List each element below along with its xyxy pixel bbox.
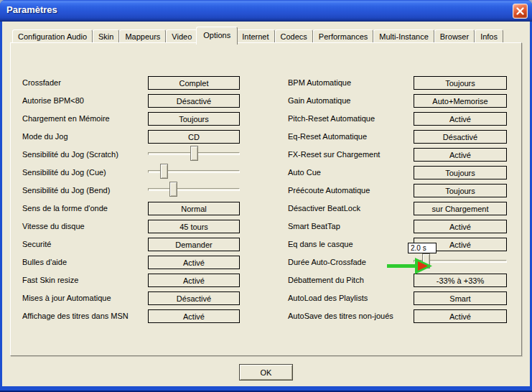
ok-button[interactable]: OK bbox=[239, 364, 293, 381]
chargement-memoire-button[interactable]: Toujours bbox=[148, 112, 240, 126]
annotation-arrow-icon bbox=[387, 256, 444, 276]
option-label: Securité bbox=[22, 238, 51, 251]
pitch-reset-button[interactable]: Activé bbox=[414, 112, 507, 126]
autoload-playlists-button[interactable]: Smart bbox=[414, 291, 507, 305]
desactiver-beatlock-button[interactable]: sur Chargement bbox=[414, 202, 507, 215]
option-label: FX-Reset sur Chargement bbox=[288, 148, 380, 162]
fast-skin-resize-button[interactable]: Activé bbox=[148, 274, 240, 287]
sens-forme-onde-button[interactable]: Normal bbox=[148, 202, 240, 215]
option-label: AutoSave des titres non-joués bbox=[288, 309, 393, 323]
options-tab-page: Crossfader Complet Autorise BPM<80 Désac… bbox=[10, 42, 522, 356]
option-label: Fast Skin resize bbox=[22, 274, 78, 287]
option-label: Débattement du Pitch bbox=[288, 274, 364, 287]
option-label: Affichage des titres dans MSN bbox=[22, 309, 129, 323]
fx-reset-button[interactable]: Activé bbox=[414, 148, 507, 162]
tab-configuration-audio[interactable]: Configuration Audio bbox=[12, 29, 93, 44]
option-label: BPM Automatique bbox=[288, 76, 351, 90]
option-label: Vitesse du disque bbox=[22, 220, 85, 233]
option-label: Sens de la forme d'onde bbox=[22, 202, 108, 215]
tab-infos[interactable]: Infos bbox=[475, 29, 503, 44]
bulles-aide-button[interactable]: Activé bbox=[148, 256, 240, 269]
tab-video[interactable]: Video bbox=[166, 29, 197, 44]
jog-cue-slider[interactable] bbox=[148, 166, 240, 179]
securite-button[interactable]: Demander bbox=[148, 238, 240, 251]
window-title: Paramètres bbox=[6, 4, 57, 15]
option-label: Durée Auto-Crossfade bbox=[288, 256, 366, 269]
option-label: Sensibilité du Jog (Scratch) bbox=[22, 148, 118, 162]
bpm-automatique-button[interactable]: Toujours bbox=[414, 76, 507, 90]
tab-internet[interactable]: Internet bbox=[236, 29, 274, 44]
crossfader-button[interactable]: Complet bbox=[148, 76, 240, 90]
option-label: Autorise BPM<80 bbox=[22, 94, 84, 108]
jog-bend-slider[interactable] bbox=[148, 184, 240, 197]
option-label: Eq-Reset Automatique bbox=[288, 130, 367, 144]
slider-track[interactable] bbox=[148, 188, 240, 191]
smart-beattap-button[interactable]: Activé bbox=[414, 220, 507, 233]
tab-performances[interactable]: Performances bbox=[313, 29, 373, 44]
close-icon bbox=[515, 6, 525, 16]
tab-browser[interactable]: Browser bbox=[434, 29, 475, 44]
eq-reset-button[interactable]: Désactivé bbox=[414, 130, 507, 144]
crossfade-value-tooltip: 2.0 s bbox=[408, 243, 437, 253]
option-label: Mode du Jog bbox=[22, 130, 68, 144]
option-label: Préécoute Automatique bbox=[288, 184, 370, 197]
mises-a-jour-button[interactable]: Désactivé bbox=[148, 291, 240, 305]
option-label: AutoLoad des Playlists bbox=[288, 291, 368, 305]
gain-automatique-button[interactable]: Auto+Memorise bbox=[414, 94, 507, 108]
autorise-bpm-button[interactable]: Désactivé bbox=[148, 94, 240, 108]
option-label: Smart BeatTap bbox=[288, 220, 340, 233]
settings-window: Paramètres Configuration Audio Skin Mapp… bbox=[0, 0, 532, 392]
titlebar: Paramètres bbox=[0, 0, 532, 22]
autosave-titres-button[interactable]: Activé bbox=[414, 309, 507, 323]
preecoute-button[interactable]: Toujours bbox=[414, 184, 507, 197]
option-label: Bulles d'aide bbox=[22, 256, 67, 269]
option-label: Auto Cue bbox=[288, 166, 321, 179]
option-label: Sensibilité du Jog (Cue) bbox=[22, 166, 106, 179]
tab-codecs[interactable]: Codecs bbox=[275, 29, 313, 44]
tab-multi-instance[interactable]: Multi-Instance bbox=[373, 29, 434, 44]
option-label: Chargement en Mémoire bbox=[22, 112, 110, 126]
option-label: Sensibilité du Jog (Bend) bbox=[22, 184, 110, 197]
option-label: Gain Automatique bbox=[288, 94, 350, 108]
tab-mappeurs[interactable]: Mappeurs bbox=[119, 29, 166, 44]
vitesse-disque-button[interactable]: 45 tours bbox=[148, 220, 240, 233]
option-label: Eq dans le casque bbox=[288, 238, 353, 251]
option-label: Pitch-Reset Automatique bbox=[288, 112, 375, 126]
option-label: Mises à jour Automatique bbox=[22, 291, 111, 305]
option-label: Désactiver BeatLock bbox=[288, 202, 360, 215]
jog-scratch-slider[interactable] bbox=[148, 148, 240, 162]
slider-thumb[interactable] bbox=[190, 146, 198, 161]
tab-options[interactable]: Options bbox=[196, 27, 238, 45]
close-button[interactable] bbox=[513, 4, 528, 19]
auto-cue-button[interactable]: Toujours bbox=[414, 166, 507, 179]
dialog-client-area: Configuration Audio Skin Mappeurs Video … bbox=[2, 22, 530, 386]
tab-bar: Configuration Audio Skin Mappeurs Video … bbox=[12, 28, 503, 44]
option-label: Crossfader bbox=[22, 76, 61, 90]
affichage-msn-button[interactable]: Activé bbox=[148, 309, 240, 323]
mode-jog-button[interactable]: CD bbox=[148, 130, 240, 144]
slider-thumb[interactable] bbox=[160, 164, 168, 179]
tab-skin[interactable]: Skin bbox=[93, 29, 119, 44]
slider-thumb[interactable] bbox=[169, 182, 177, 197]
